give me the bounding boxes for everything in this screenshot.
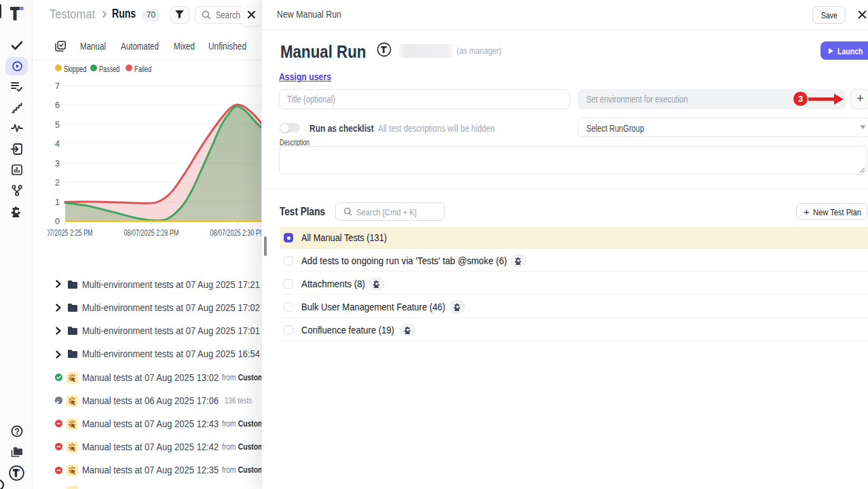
svg-text:3: 3 — [55, 159, 60, 168]
svg-text:6: 6 — [55, 101, 60, 110]
svg-text:1: 1 — [55, 198, 60, 207]
svg-text:08/07/2025 2:28 PM: 08/07/2025 2:28 PM — [124, 228, 179, 238]
svg-text:2: 2 — [55, 178, 60, 187]
svg-text:7: 7 — [55, 82, 60, 91]
svg-text:5: 5 — [55, 120, 60, 130]
svg-text:08/07/2025 2:30 PM: 08/07/2025 2:30 PM — [210, 228, 263, 238]
svg-text:4: 4 — [55, 139, 60, 149]
svg-text:0: 0 — [55, 217, 60, 226]
svg-text:08/07/2025 2:25 PM: 08/07/2025 2:25 PM — [48, 228, 93, 238]
